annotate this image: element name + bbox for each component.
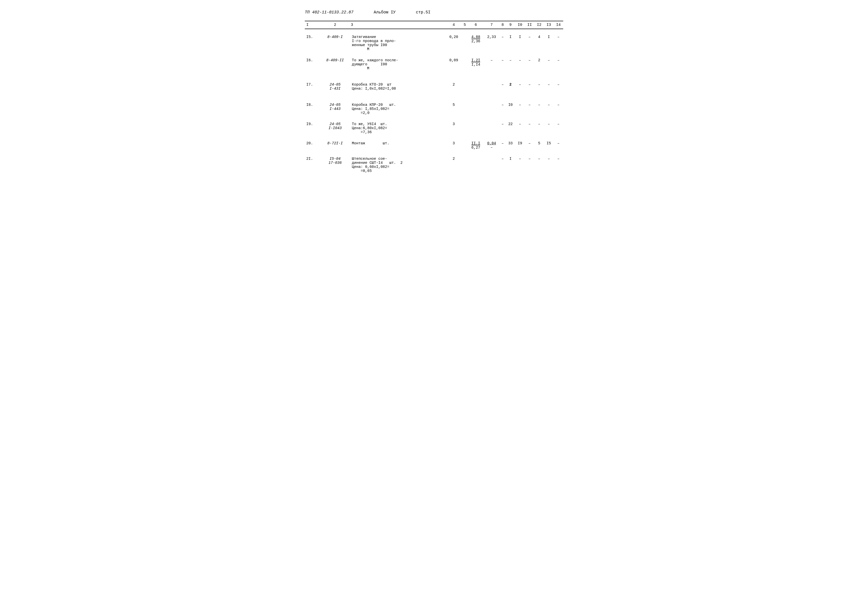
row-num: 20. <box>305 140 320 151</box>
row-col13: I <box>544 34 553 52</box>
row-num: 2I. <box>305 156 320 174</box>
column-headers: I 2 3 4 5 6 7 8 9 I0 II I2 I3 I4 <box>305 21 563 29</box>
row-col6 <box>468 156 484 174</box>
row-col10: – <box>515 156 525 174</box>
row-col13: – <box>544 82 553 92</box>
row-col9: – <box>506 57 515 71</box>
col-header-14: I4 <box>553 21 563 29</box>
row-col7: 0,04– <box>484 140 499 151</box>
row-col14: – <box>553 121 563 135</box>
row-col9: 2 <box>506 82 515 92</box>
album-label: Альбом IУ <box>374 10 395 15</box>
row-col8: – <box>500 156 506 174</box>
row-col9: I0 <box>506 102 515 116</box>
col-header-1: I <box>305 21 320 29</box>
row-col9: I <box>506 156 515 174</box>
row-col10: – <box>515 102 525 116</box>
col-header-8: 8 <box>500 21 506 29</box>
row-col6 <box>468 102 484 116</box>
col-header-13: I3 <box>544 21 553 29</box>
row-col4: 5 <box>446 102 462 116</box>
table-row: I5. 8-409-I Затягивание I-го провода в п… <box>305 34 563 52</box>
row-col8: – <box>500 121 506 135</box>
row-col11: – <box>525 102 534 116</box>
col-header-5: 5 <box>462 21 468 29</box>
row-code: 8-409-II <box>320 57 350 71</box>
row-col5 <box>462 34 468 52</box>
table-row: 2I. I5-04 17-036 Штепсельное сое- динени… <box>305 156 563 174</box>
row-col9: I <box>506 34 515 52</box>
row-col10: – <box>515 121 525 135</box>
row-col4: 2 <box>446 156 462 174</box>
row-col10: I <box>515 34 525 52</box>
row-col11: – <box>525 82 534 92</box>
document-title: ТП 402-11-0133.22.87 <box>305 10 353 15</box>
row-col5 <box>462 57 468 71</box>
row-col13: – <box>544 57 553 71</box>
row-col6 <box>468 121 484 135</box>
col-header-4: 4 <box>446 21 462 29</box>
row-col10: – <box>515 57 525 71</box>
row-col8: – <box>500 34 506 52</box>
row-col7 <box>484 121 499 135</box>
row-col4: 2 <box>446 82 462 92</box>
row-col4: 0,09 <box>446 57 462 71</box>
row-desc: Штепсельное сое- динение СШТ-I4 шт. 2 Це… <box>350 156 446 174</box>
row-col5 <box>462 121 468 135</box>
row-col11: – <box>525 140 534 151</box>
row-col14: – <box>553 140 563 151</box>
col-header-6: 6 <box>468 21 484 29</box>
row-col5 <box>462 102 468 116</box>
row-col12: – <box>534 156 544 174</box>
row-col10: – <box>515 82 525 92</box>
row-col14: – <box>553 57 563 71</box>
row-num: I7. <box>305 82 320 92</box>
row-col7 <box>484 102 499 116</box>
page-header: ТП 402-11-0133.22.87 Альбом IУ стр.5I <box>305 10 563 15</box>
row-desc: Затягивание I-го провода в прло- женные … <box>350 34 446 52</box>
row-col7: – <box>484 57 499 71</box>
row-col9: 33 <box>506 140 515 151</box>
row-col6: I,2I I,I4 <box>468 57 484 71</box>
row-num: I5. <box>305 34 320 52</box>
row-code: 24-05 I-I043 <box>320 121 350 135</box>
row-col13: I5 <box>544 140 553 151</box>
row-code: 8-72I-I <box>320 140 350 151</box>
row-col6: 4,88 2,36 <box>468 34 484 52</box>
table-row: I9. 24-05 I-I043 То же, У6I4 шт. Цена:6,… <box>305 121 563 135</box>
row-col8: – <box>500 57 506 71</box>
row-code: I5-04 17-036 <box>320 156 350 174</box>
row-desc: Монтаж шт. <box>350 140 446 151</box>
col-header-10: I0 <box>515 21 525 29</box>
row-col14: – <box>553 102 563 116</box>
row-num: I9. <box>305 121 320 135</box>
row-col7 <box>484 156 499 174</box>
row-num: I6. <box>305 57 320 71</box>
col-header-7: 7 <box>484 21 499 29</box>
row-col12: 4 <box>534 34 544 52</box>
row-col14: – <box>553 156 563 174</box>
row-code: 24-05 I-43I <box>320 82 350 92</box>
row-col8: – <box>500 102 506 116</box>
row-col6: II,I 6,27 <box>468 140 484 151</box>
row-col5 <box>462 82 468 92</box>
col-header-12: I2 <box>534 21 544 29</box>
row-col5 <box>462 156 468 174</box>
row-col5 <box>462 140 468 151</box>
row-code: 24-05 I-443 <box>320 102 350 116</box>
row-col9: 22 <box>506 121 515 135</box>
col-header-2: 2 <box>320 21 350 29</box>
row-col11: – <box>525 34 534 52</box>
row-code: 8-409-I <box>320 34 350 52</box>
row-col4: 0,20 <box>446 34 462 52</box>
row-col6 <box>468 82 484 92</box>
row-col8: – <box>500 140 506 151</box>
row-num: I8. <box>305 102 320 116</box>
row-desc: Коробка КПР-20 шт. Цена: I,85xI,082= =2,… <box>350 102 446 116</box>
row-col7: 2,33 <box>484 34 499 52</box>
row-col13: – <box>544 156 553 174</box>
row-col12: 5 <box>534 140 544 151</box>
row-col11: – <box>525 57 534 71</box>
row-col10: I9 <box>515 140 525 151</box>
row-desc: То же, У6I4 шт. Цена:6,80xI,082= =7,36 <box>350 121 446 135</box>
